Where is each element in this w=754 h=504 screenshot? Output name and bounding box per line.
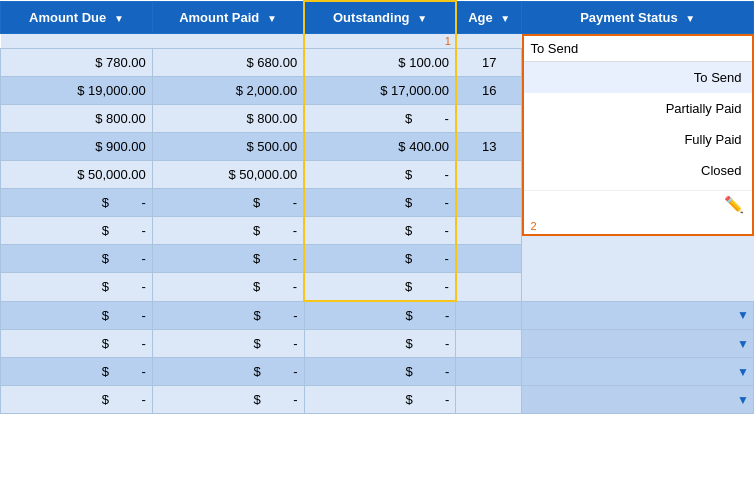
payment-status-cell[interactable]: ▼ [522,301,754,330]
amount-paid-cell: $ - [152,217,304,245]
amount-due-cell: $ 900.00 [1,133,153,161]
amount-due-cell: $ - [1,386,153,414]
amount-paid-cell: $ 2,000.00 [152,77,304,105]
outstanding-cell: $ - [304,189,456,217]
outstanding-cell: $ - [304,245,456,273]
main-table-container: Amount Due ▼ Amount Paid ▼ Outstanding ▼… [0,0,754,414]
badge-cell-5: To Send Partially Paid Fully Paid Closed… [522,34,754,302]
col-header-payment-status[interactable]: Payment Status ▼ [522,1,754,34]
amount-paid-cell: $ 50,000.00 [152,161,304,189]
payment-status-input[interactable] [530,41,745,56]
badge-row-1: 1 To Send Partially Paid Fully Paid Clos… [1,34,754,49]
col-header-outstanding[interactable]: Outstanding ▼ [304,1,456,34]
edit-icon[interactable]: ✏️ [724,195,744,214]
badge-cell-2 [152,34,304,49]
dropdown-option-closed[interactable]: Closed [524,155,751,186]
age-cell [456,330,522,358]
amount-paid-cell: $ - [152,189,304,217]
amount-due-cell: $ - [1,217,153,245]
table-row: $ - $ - $ - ▼ [1,330,754,358]
outstanding-cell: $ - [304,386,456,414]
age-cell [456,161,522,189]
col-header-amount-paid[interactable]: Amount Paid ▼ [152,1,304,34]
outstanding-cell: $ - [304,301,456,330]
amount-paid-cell: $ 500.00 [152,133,304,161]
amount-paid-cell: $ - [152,330,304,358]
amount-due-cell: $ 19,000.00 [1,77,153,105]
outstanding-cell: $ - [304,105,456,133]
payment-dropdown[interactable]: To Send Partially Paid Fully Paid Closed… [522,34,753,236]
outstanding-cell: $ 400.00 [304,133,456,161]
amount-due-cell: $ - [1,301,153,330]
dropdown-arrow[interactable]: ▼ [737,337,749,351]
dropdown-arrow[interactable]: ▼ [737,393,749,407]
filter-icon-payment-status[interactable]: ▼ [685,13,695,24]
amount-due-cell: $ - [1,189,153,217]
amount-paid-cell: $ - [152,273,304,302]
col-header-age[interactable]: Age ▼ [456,1,522,34]
amount-due-cell: $ - [1,330,153,358]
age-cell [456,105,522,133]
outstanding-cell: $ - [304,358,456,386]
col-header-amount-due[interactable]: Amount Due ▼ [1,1,153,34]
age-cell: 13 [456,133,522,161]
age-cell [456,273,522,302]
amount-due-cell: $ 780.00 [1,49,153,77]
badge-1: 1 [304,34,456,49]
outstanding-cell: $ - [304,330,456,358]
age-cell: 17 [456,49,522,77]
amount-due-cell: $ 800.00 [1,105,153,133]
dropdown-option-to-send[interactable]: To Send [524,62,751,93]
table-row: $ - $ - $ - ▼ [1,301,754,330]
edit-icon-row: ✏️ [524,190,751,218]
amount-paid-cell: $ - [152,358,304,386]
dropdown-option-partially-paid[interactable]: Partially Paid [524,93,751,124]
amount-paid-cell: $ - [152,386,304,414]
outstanding-cell: $ 100.00 [304,49,456,77]
age-cell [456,301,522,330]
data-table: Amount Due ▼ Amount Paid ▼ Outstanding ▼… [0,0,754,414]
age-cell [456,245,522,273]
amount-paid-cell: $ - [152,245,304,273]
amount-paid-cell: $ - [152,301,304,330]
filter-icon-amount-due[interactable]: ▼ [114,13,124,24]
payment-status-cell[interactable]: ▼ [522,358,754,386]
age-cell [456,189,522,217]
payment-input-row [524,36,751,62]
payment-status-cell[interactable]: ▼ [522,330,754,358]
amount-due-cell: $ - [1,245,153,273]
amount-paid-cell: $ 680.00 [152,49,304,77]
dropdown-arrow[interactable]: ▼ [737,365,749,379]
age-cell [456,386,522,414]
age-cell: 16 [456,77,522,105]
amount-due-cell: $ 50,000.00 [1,161,153,189]
outstanding-cell: $ 17,000.00 [304,77,456,105]
age-cell [456,217,522,245]
table-row: $ - $ - $ - ▼ [1,386,754,414]
amount-paid-cell: $ 800.00 [152,105,304,133]
outstanding-cell: $ - [304,161,456,189]
amount-due-cell: $ - [1,273,153,302]
age-cell [456,358,522,386]
dropdown-option-fully-paid[interactable]: Fully Paid [524,124,751,155]
outstanding-cell: $ - [304,217,456,245]
badge-cell-4 [456,34,522,49]
filter-icon-amount-paid[interactable]: ▼ [267,13,277,24]
badge-cell-1 [1,34,153,49]
table-row: $ - $ - $ - ▼ [1,358,754,386]
dropdown-options: To Send Partially Paid Fully Paid Closed [524,62,751,186]
payment-status-cell[interactable]: ▼ [522,386,754,414]
dropdown-arrow[interactable]: ▼ [737,308,749,322]
badge-2-label: 2 [524,218,751,234]
filter-icon-outstanding[interactable]: ▼ [417,13,427,24]
filter-icon-age[interactable]: ▼ [500,13,510,24]
outstanding-cell: $ - [304,273,456,302]
amount-due-cell: $ - [1,358,153,386]
